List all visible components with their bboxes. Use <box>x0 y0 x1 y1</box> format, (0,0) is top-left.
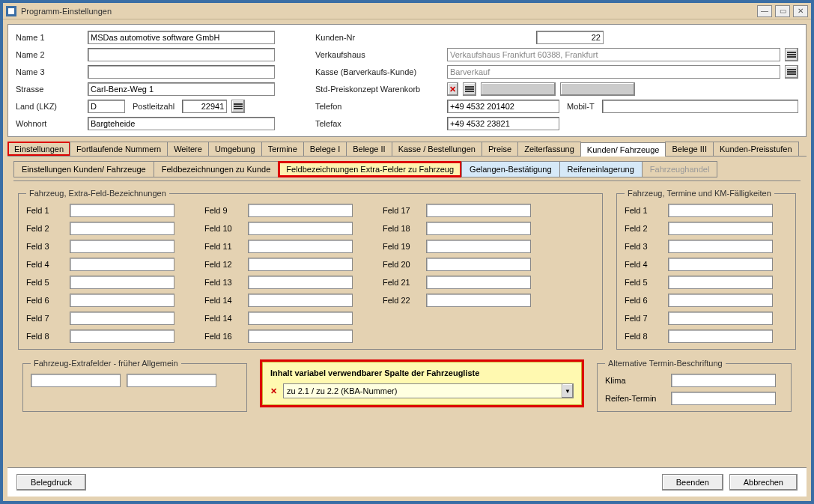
preiskonzept-slot2[interactable] <box>560 82 635 96</box>
tab-preise[interactable]: Preise <box>482 142 518 156</box>
tab-belege2[interactable]: Belege II <box>346 142 392 156</box>
belegdruck-button[interactable]: Belegdruck <box>16 474 86 491</box>
plz-lookup-button[interactable] <box>231 100 245 113</box>
legend-termine-km: Fahrzeug, Termine und KM-Fälligkeiten <box>625 189 774 198</box>
tab-belege1[interactable]: Belege I <box>303 142 347 156</box>
km-feld3-input[interactable] <box>668 240 773 253</box>
tab-belege3[interactable]: Belege III <box>665 142 713 156</box>
variabel-combo[interactable]: zu 2.1 / zu 2.2 (KBA-Nummer) ▼ <box>283 383 574 398</box>
label-feld4: Feld 4 <box>26 260 64 269</box>
hamburger-icon <box>787 68 796 76</box>
kundennr-input[interactable]: 22 <box>536 31 604 44</box>
feld8-input[interactable] <box>70 330 174 343</box>
feld6-input[interactable] <box>70 294 174 307</box>
feld14b-input[interactable] <box>248 312 353 325</box>
feld7-input[interactable] <box>70 312 174 325</box>
feld22-input[interactable] <box>426 294 531 307</box>
km-feld7-input[interactable] <box>668 312 773 325</box>
feld12-input[interactable] <box>248 258 353 271</box>
subtab-fahrzeughandel[interactable]: Fahrzeughandel <box>642 161 718 177</box>
beenden-button[interactable]: Beenden <box>662 474 723 491</box>
label-km-feld7: Feld 7 <box>625 314 662 323</box>
telefon-input[interactable]: +49 4532 201402 <box>447 100 559 113</box>
chevron-down-icon[interactable]: ▼ <box>562 383 574 398</box>
name1-input[interactable]: MSDas automotive software GmbH <box>88 31 275 44</box>
tab-weitere[interactable]: Weitere <box>167 142 209 156</box>
feld4-input[interactable] <box>70 258 174 271</box>
feld18-input[interactable] <box>426 222 531 235</box>
km-feld2-input[interactable] <box>668 222 773 235</box>
mobil-input[interactable] <box>602 100 798 113</box>
km-feld4-input[interactable] <box>668 258 773 271</box>
legend-alt-termin: Alternative Termin-Beschriftung <box>605 359 726 368</box>
reifen-termin-input[interactable] <box>671 392 776 405</box>
plz-input[interactable]: 22941 <box>182 100 227 113</box>
feld13-input[interactable] <box>248 276 353 289</box>
feld3-input[interactable] <box>70 240 174 253</box>
label-km-feld2: Feld 2 <box>625 224 662 233</box>
tab-kunden-preisstufen[interactable]: Kunden-Preisstufen <box>713 142 799 156</box>
feld11-input[interactable] <box>248 240 353 253</box>
tab-zeiterfassung[interactable]: Zeiterfassung <box>517 142 581 156</box>
preiskonzept-slot1[interactable] <box>481 82 556 96</box>
feld19-input[interactable] <box>426 240 531 253</box>
feld1-input[interactable] <box>70 204 174 217</box>
hamburger-icon <box>465 85 474 93</box>
feld10-input[interactable] <box>248 222 353 235</box>
abbrechen-button[interactable]: Abbrechen <box>729 474 798 491</box>
subtab-einstellungen-kunden-fahrzeuge[interactable]: Einstellungen Kunden/ Fahrzeuge <box>13 161 154 177</box>
tab-einstellungen[interactable]: Einstellungen <box>7 142 70 156</box>
label-feld7: Feld 7 <box>26 314 64 323</box>
feld20-input[interactable] <box>426 258 531 271</box>
maximize-button[interactable]: ▭ <box>775 5 790 17</box>
telefax-input[interactable]: +49 4532 23821 <box>447 117 559 130</box>
verkaufshaus-lookup-button[interactable] <box>785 48 798 61</box>
km-feld8-input[interactable] <box>668 330 773 343</box>
feld17-input[interactable] <box>426 204 531 217</box>
tab-kunden-fahrzeuge[interactable]: Kunden/ Fahrzeuge <box>580 142 666 157</box>
frueher-allg-input2[interactable] <box>127 374 216 387</box>
label-feld13: Feld 13 <box>204 278 242 287</box>
wohnort-input[interactable]: Bargteheide <box>88 117 275 130</box>
strasse-input[interactable]: Carl-Benz-Weg 1 <box>88 82 275 96</box>
hamburger-icon <box>787 51 796 58</box>
feld21-input[interactable] <box>426 276 531 289</box>
subtab-gelangen-bestaetigung[interactable]: Gelangen-Bestätigung <box>461 161 559 177</box>
preiskonzept-clear-button[interactable]: ✕ <box>447 82 458 96</box>
km-feld5-input[interactable] <box>668 276 773 289</box>
feld9-input[interactable] <box>248 204 353 217</box>
feld14a-input[interactable] <box>248 294 353 307</box>
sub-tab-row: Einstellungen Kunden/ Fahrzeuge Feldbeze… <box>13 161 801 177</box>
label-kundennr: Kunden-Nr <box>315 33 443 42</box>
subtab-feldbezeichnungen-kunde[interactable]: Feldbezeichnungen zu Kunde <box>154 161 279 177</box>
land-input[interactable]: D <box>88 100 125 113</box>
feld5-input[interactable] <box>70 276 174 289</box>
tab-termine[interactable]: Termine <box>261 142 304 156</box>
klima-input[interactable] <box>671 374 776 387</box>
footer-bar: Belegdruck Beenden Abbrechen <box>7 467 807 497</box>
km-feld1-input[interactable] <box>668 204 773 217</box>
kasse-lookup-button[interactable] <box>785 65 798 79</box>
label-feld10: Feld 10 <box>204 224 242 233</box>
label-km-feld3: Feld 3 <box>625 242 662 251</box>
variabel-clear-button[interactable]: ✕ <box>270 386 277 396</box>
label-name3: Name 3 <box>16 67 83 76</box>
tab-kasse-bestellungen[interactable]: Kasse / Bestellungen <box>392 142 482 156</box>
minimize-button[interactable]: — <box>757 5 772 17</box>
feld16-input[interactable] <box>248 330 353 343</box>
label-klima: Klima <box>605 376 665 385</box>
tab-umgebung[interactable]: Umgebung <box>208 142 262 156</box>
name2-input[interactable] <box>88 48 275 61</box>
subtab-reifeneinlagerung[interactable]: Reifeneinlagerung <box>559 161 643 177</box>
label-feld14a: Feld 14 <box>204 296 242 305</box>
km-feld6-input[interactable] <box>668 294 773 307</box>
preiskonzept-lookup-button[interactable] <box>463 82 476 96</box>
extra-col3: Feld 17 Feld 18 Feld 19 Feld 20 Feld 21 … <box>383 204 531 343</box>
name3-input[interactable] <box>88 65 275 79</box>
label-feld20: Feld 20 <box>383 260 420 269</box>
close-button[interactable]: ✕ <box>793 5 808 17</box>
subtab-feldbezeichnungen-extra-fahrzeug[interactable]: Feldbezeichnungen Extra-Felder zu Fahrze… <box>278 161 462 177</box>
tab-fortlaufende-nummern[interactable]: Fortlaufende Nummern <box>70 142 168 156</box>
feld2-input[interactable] <box>70 222 174 235</box>
frueher-allg-input1[interactable] <box>31 374 121 387</box>
